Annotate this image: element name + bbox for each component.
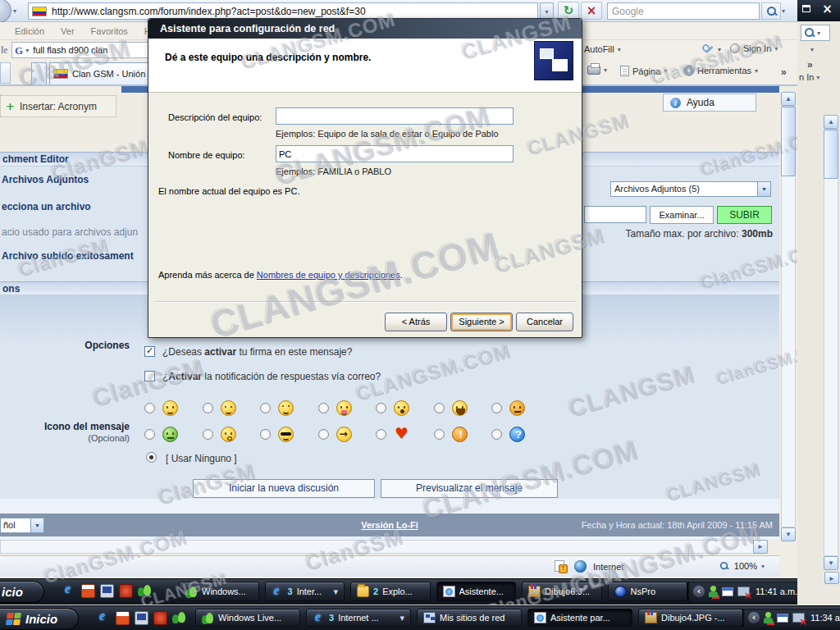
toolbar-settings-button[interactable]: ▾ bbox=[702, 43, 721, 55]
outer-sign-in-fragment[interactable]: n In▾ bbox=[799, 72, 819, 82]
taskbar-task[interactable]: Mis sitios de red bbox=[417, 609, 522, 627]
page-menu-button[interactable]: Página▾ bbox=[620, 66, 667, 76]
quicklaunch-icon-red[interactable] bbox=[153, 611, 167, 625]
sign-in-button[interactable]: Sign In▾ bbox=[730, 43, 778, 53]
command-overflow-chevron[interactable]: » bbox=[781, 66, 787, 78]
outer-overflow-chevron[interactable]: » bbox=[807, 59, 813, 71]
back-button[interactable]: < Atrás bbox=[385, 313, 447, 331]
quicklaunch-icon-ie[interactable] bbox=[97, 611, 111, 625]
email-notify-checkbox[interactable] bbox=[144, 371, 155, 381]
emoticon-smile[interactable] bbox=[162, 400, 178, 416]
stop-button[interactable]: × bbox=[581, 2, 602, 20]
taskbar-task[interactable]: 3 Internet ... ▾ bbox=[306, 609, 411, 627]
taskbar-task[interactable]: Dibujo4.JPG -... bbox=[638, 609, 743, 627]
chevron-down-icon[interactable]: ▼ bbox=[757, 182, 770, 196]
address-bar[interactable] bbox=[28, 2, 538, 20]
next-button[interactable]: Siguiente > bbox=[450, 313, 513, 331]
favorites-button-partial[interactable] bbox=[0, 62, 11, 84]
quicklaunch-icon-messenger[interactable] bbox=[172, 611, 186, 625]
quicklaunch-icon-media[interactable] bbox=[116, 611, 130, 625]
taskbar-task[interactable]: Asistente... bbox=[436, 582, 517, 601]
emoticon-cool[interactable] bbox=[278, 427, 294, 442]
quicklaunch-icon-desktop[interactable] bbox=[135, 611, 148, 625]
signature-checkbox[interactable] bbox=[144, 346, 155, 357]
upload-button[interactable]: SUBIR bbox=[717, 206, 772, 224]
message-icon-radio[interactable] bbox=[491, 429, 502, 440]
message-icon-radio[interactable] bbox=[434, 429, 445, 440]
forward-button[interactable] bbox=[0, 0, 11, 23]
emoticon-huh[interactable] bbox=[221, 427, 236, 442]
refresh-button[interactable]: ↻ bbox=[558, 2, 579, 20]
quicklaunch-icon-red[interactable] bbox=[119, 584, 133, 598]
emoticon-ohmy[interactable] bbox=[394, 400, 409, 416]
cancel-button[interactable]: Cancelar bbox=[516, 313, 573, 331]
tray-collapse-chevron[interactable]: ‹ bbox=[693, 586, 705, 597]
browse-button[interactable]: Examinar... bbox=[650, 206, 714, 224]
message-icon-radio[interactable] bbox=[203, 403, 213, 413]
attachments-dropdown[interactable]: Archivos Adjuntos (5) ▼ bbox=[610, 181, 771, 197]
emoticon-arrow[interactable] bbox=[336, 427, 352, 442]
message-icon-radio[interactable] bbox=[203, 429, 213, 440]
search-input[interactable] bbox=[610, 4, 755, 18]
quicklaunch-icon-messenger[interactable] bbox=[138, 584, 152, 598]
window-tray-icon[interactable] bbox=[722, 587, 733, 596]
outer-dropdown-icon[interactable]: ▾ bbox=[810, 46, 814, 53]
outer-scroll-right-button[interactable]: ► bbox=[824, 572, 839, 584]
network-error-tray-icon[interactable] bbox=[792, 613, 805, 623]
emoticon-happy[interactable] bbox=[278, 400, 294, 416]
search-options-dropdown-icon[interactable]: ▾ bbox=[782, 7, 785, 15]
help-button[interactable]: Ayuda bbox=[663, 94, 756, 112]
message-icon-radio[interactable] bbox=[376, 403, 386, 413]
messenger-tray-icon[interactable] bbox=[764, 612, 773, 623]
emoticon-wink[interactable] bbox=[221, 400, 236, 416]
start-button[interactable]: Inicio bbox=[0, 608, 79, 630]
file-path-input[interactable] bbox=[584, 206, 646, 223]
emoticon-question[interactable] bbox=[509, 427, 525, 442]
close-window-button[interactable]: × bbox=[817, 1, 838, 18]
taskbar-task[interactable]: Asistente par... bbox=[527, 609, 632, 627]
message-icon-radio[interactable] bbox=[491, 403, 502, 413]
message-icon-radio[interactable] bbox=[260, 403, 271, 413]
message-icon-radio[interactable] bbox=[318, 403, 329, 413]
scroll-up-button[interactable]: ▲ bbox=[781, 92, 796, 106]
message-icon-radio[interactable] bbox=[260, 429, 271, 440]
outer-scroll-up-button[interactable]: ▲ bbox=[824, 115, 838, 129]
start-button[interactable]: icio bbox=[0, 581, 44, 603]
scroll-right-button[interactable]: ► bbox=[753, 540, 768, 554]
insert-acronym-button[interactable]: + Insertar: Acronym bbox=[0, 95, 116, 117]
menu-item[interactable]: Ver bbox=[61, 26, 75, 36]
google-query-input[interactable] bbox=[31, 44, 138, 56]
no-icon-radio[interactable] bbox=[146, 452, 157, 463]
message-icon-radio[interactable] bbox=[144, 429, 155, 440]
emoticon-heart[interactable] bbox=[394, 427, 409, 442]
address-input[interactable] bbox=[50, 4, 532, 18]
restore-window-button[interactable] bbox=[801, 3, 814, 16]
chevron-down-icon[interactable]: ▾ bbox=[25, 47, 29, 54]
tools-menu-button[interactable]: Herramientas▾ bbox=[684, 66, 758, 75]
search-go-button[interactable] bbox=[761, 2, 781, 20]
computer-name-input[interactable] bbox=[276, 145, 514, 162]
history-dropdown-icon[interactable]: ▾ bbox=[13, 7, 16, 15]
taskbar-task[interactable]: NsPro bbox=[608, 582, 688, 601]
names-descriptions-link[interactable]: Nombres de equipo y descripciones bbox=[257, 270, 400, 280]
message-icon-radio[interactable] bbox=[434, 403, 445, 413]
emoticon-laugh[interactable] bbox=[452, 400, 468, 416]
start-topic-button[interactable]: Iniciar la nueva discusión bbox=[193, 479, 375, 498]
taskbar-task[interactable]: 2 Explo... bbox=[350, 582, 431, 601]
vertical-scrollbar-thumb[interactable] bbox=[781, 107, 796, 176]
quicklaunch-icon-desktop[interactable] bbox=[100, 584, 114, 598]
print-button[interactable]: ▾ bbox=[587, 66, 607, 75]
window-tray-icon[interactable] bbox=[777, 614, 788, 623]
outer-scrollbar-track[interactable] bbox=[824, 129, 838, 556]
message-icon-radio[interactable] bbox=[376, 429, 386, 440]
emoticon-sick[interactable] bbox=[162, 427, 178, 442]
taskbar-task[interactable]: Dibujo6.J... bbox=[522, 582, 602, 601]
outer-search-button[interactable]: ▾ bbox=[801, 25, 830, 41]
emoticon-excl[interactable] bbox=[452, 427, 468, 442]
menu-item[interactable]: Edición bbox=[15, 26, 44, 36]
horizontal-scrollbar[interactable]: ► bbox=[0, 540, 768, 554]
scroll-down-button[interactable]: ▼ bbox=[781, 527, 796, 541]
taskbar-task[interactable]: Windows... bbox=[179, 582, 259, 601]
outer-scroll-down-button[interactable]: ▼ bbox=[824, 556, 838, 570]
autofill-button[interactable]: AutoFill▾ bbox=[584, 44, 621, 54]
